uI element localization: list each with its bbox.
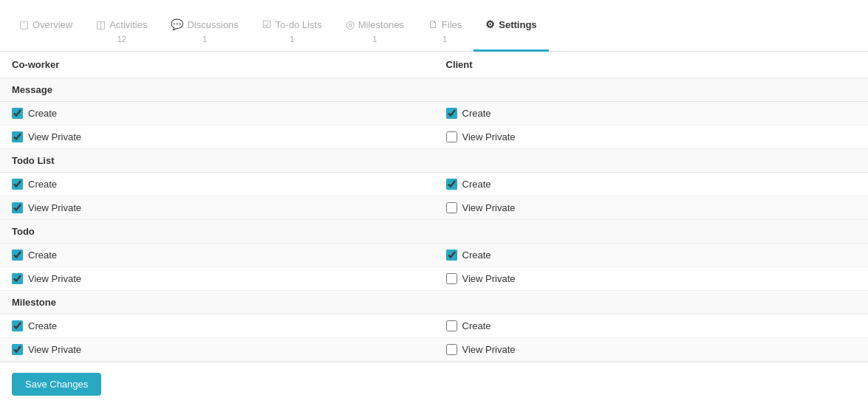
section-label-milestone: Milestone bbox=[0, 291, 868, 314]
client-checkbox-wrapper-message-create: Create bbox=[446, 108, 857, 119]
tab-badge-todo-lists: 1 bbox=[290, 35, 294, 44]
client-cell-todolist-view-private: View Private bbox=[434, 196, 869, 220]
permission-row-todo-create: Create Create bbox=[0, 244, 868, 267]
client-cell-message-create: Create bbox=[434, 102, 869, 125]
coworker-cell-todolist-view-private: View Private bbox=[0, 196, 434, 220]
tab-label-milestones: ◎ Milestones bbox=[346, 18, 404, 30]
coworker-checkbox-wrapper-todo-view-private: View Private bbox=[12, 273, 423, 284]
coworker-checkbox-wrapper-todo-create: Create bbox=[12, 250, 423, 261]
coworker-checkbox-todolist-create[interactable] bbox=[12, 179, 23, 190]
permission-row-todolist-view-private: View Private View Private bbox=[0, 196, 868, 220]
client-header: Client bbox=[434, 52, 869, 78]
client-label-milestone-create: Create bbox=[462, 320, 491, 331]
section-header-todo-list: Todo List bbox=[0, 149, 868, 173]
coworker-checkbox-message-view-private[interactable] bbox=[12, 131, 23, 142]
section-label-message: Message bbox=[0, 78, 868, 102]
save-row: Save Changes bbox=[0, 362, 868, 406]
tab-badge-activities: 12 bbox=[117, 35, 126, 44]
coworker-label-milestone-create: Create bbox=[28, 320, 57, 331]
client-label-todo-create: Create bbox=[462, 250, 491, 261]
permission-row-message-view-private: View Private View Private bbox=[0, 125, 868, 149]
coworker-checkbox-wrapper-message-create: Create bbox=[12, 108, 423, 119]
tab-activities[interactable]: ◫ Activities 12 bbox=[84, 1, 159, 52]
client-cell-todo-view-private: View Private bbox=[434, 267, 869, 291]
client-checkbox-todo-create[interactable] bbox=[446, 250, 457, 261]
tab-files[interactable]: 🗋 Files 1 bbox=[416, 1, 474, 52]
tab-icon-activities: ◫ bbox=[96, 18, 106, 30]
coworker-checkbox-todo-create[interactable] bbox=[12, 250, 23, 261]
coworker-label-message-create: Create bbox=[28, 108, 57, 119]
coworker-checkbox-todolist-view-private[interactable] bbox=[12, 202, 23, 213]
coworker-header: Co-worker bbox=[0, 52, 434, 78]
client-cell-todolist-create: Create bbox=[434, 173, 869, 196]
column-headers: Co-worker Client bbox=[0, 52, 868, 78]
client-cell-milestone-view-private: View Private bbox=[434, 338, 869, 362]
coworker-cell-milestone-create: Create bbox=[0, 314, 434, 338]
client-checkbox-wrapper-milestone-view-private: View Private bbox=[446, 344, 857, 355]
tab-badge-files: 1 bbox=[442, 35, 447, 44]
client-label-message-create: Create bbox=[462, 108, 491, 119]
coworker-checkbox-message-create[interactable] bbox=[12, 108, 23, 119]
tab-label-todo-lists: ☑ To-do Lists bbox=[262, 18, 322, 30]
coworker-label-message-view-private: View Private bbox=[28, 131, 81, 142]
permissions-table: Co-worker Client Message Create Create V… bbox=[0, 52, 868, 362]
tab-icon-overview: ▢ bbox=[19, 18, 29, 30]
client-checkbox-milestone-view-private[interactable] bbox=[446, 344, 457, 355]
tab-label-files: 🗋 Files bbox=[428, 18, 462, 30]
client-checkbox-wrapper-todo-view-private: View Private bbox=[446, 273, 857, 284]
coworker-cell-todo-create: Create bbox=[0, 244, 434, 267]
client-checkbox-message-view-private[interactable] bbox=[446, 131, 457, 142]
client-checkbox-message-create[interactable] bbox=[446, 108, 457, 119]
client-checkbox-milestone-create[interactable] bbox=[446, 320, 457, 331]
coworker-label-milestone-view-private: View Private bbox=[28, 344, 81, 355]
coworker-cell-message-view-private: View Private bbox=[0, 125, 434, 149]
section-header-message: Message bbox=[0, 78, 868, 102]
tab-label-settings: ⚙ Settings bbox=[485, 18, 536, 30]
permission-row-todolist-create: Create Create bbox=[0, 173, 868, 196]
coworker-cell-todolist-create: Create bbox=[0, 173, 434, 196]
client-cell-todo-create: Create bbox=[434, 244, 869, 267]
coworker-checkbox-milestone-create[interactable] bbox=[12, 320, 23, 331]
main-content: Co-worker Client Message Create Create V… bbox=[0, 52, 868, 406]
tab-label-overview: ▢ Overview bbox=[19, 18, 72, 30]
tab-settings[interactable]: ⚙ Settings 0 bbox=[474, 1, 548, 52]
coworker-label-todolist-view-private: View Private bbox=[28, 202, 81, 213]
tab-icon-todo-lists: ☑ bbox=[262, 18, 272, 30]
coworker-checkbox-wrapper-todolist-view-private: View Private bbox=[12, 202, 423, 213]
tab-todo-lists[interactable]: ☑ To-do Lists 1 bbox=[250, 1, 334, 52]
coworker-cell-todo-view-private: View Private bbox=[0, 267, 434, 291]
permission-row-message-create: Create Create bbox=[0, 102, 868, 125]
client-label-todolist-view-private: View Private bbox=[462, 202, 516, 213]
tab-badge-discussions: 1 bbox=[202, 35, 207, 44]
tab-bar: ▢ Overview 0 ◫ Activities 12 💬 Discussio… bbox=[0, 0, 868, 52]
coworker-checkbox-wrapper-todolist-create: Create bbox=[12, 179, 423, 190]
save-changes-button[interactable]: Save Changes bbox=[12, 373, 101, 396]
tab-milestones[interactable]: ◎ Milestones 1 bbox=[334, 1, 416, 52]
tab-icon-discussions: 💬 bbox=[171, 18, 183, 30]
client-checkbox-todolist-create[interactable] bbox=[446, 179, 457, 190]
client-checkbox-todo-view-private[interactable] bbox=[446, 273, 457, 284]
section-header-milestone: Milestone bbox=[0, 291, 868, 314]
coworker-label-todolist-create: Create bbox=[28, 179, 57, 190]
client-label-message-view-private: View Private bbox=[462, 131, 516, 142]
client-cell-message-view-private: View Private bbox=[434, 125, 869, 149]
tab-icon-files: 🗋 bbox=[428, 18, 438, 30]
client-checkbox-wrapper-message-view-private: View Private bbox=[446, 131, 857, 142]
section-label-todo-list: Todo List bbox=[0, 149, 868, 173]
tab-label-activities: ◫ Activities bbox=[96, 18, 147, 30]
coworker-checkbox-wrapper-message-view-private: View Private bbox=[12, 131, 423, 142]
coworker-checkbox-milestone-view-private[interactable] bbox=[12, 344, 23, 355]
coworker-label-todo-view-private: View Private bbox=[28, 273, 81, 284]
coworker-checkbox-todo-view-private[interactable] bbox=[12, 273, 23, 284]
tab-label-discussions: 💬 Discussions bbox=[171, 18, 238, 30]
client-cell-milestone-create: Create bbox=[434, 314, 869, 338]
client-checkbox-todolist-view-private[interactable] bbox=[446, 202, 457, 213]
client-checkbox-wrapper-milestone-create: Create bbox=[446, 320, 857, 331]
tab-badge-milestones: 1 bbox=[372, 35, 377, 44]
permission-row-todo-view-private: View Private View Private bbox=[0, 267, 868, 291]
tab-discussions[interactable]: 💬 Discussions 1 bbox=[159, 1, 250, 52]
section-label-todo: Todo bbox=[0, 220, 868, 244]
client-label-todo-view-private: View Private bbox=[462, 273, 516, 284]
client-label-todolist-create: Create bbox=[462, 179, 491, 190]
tab-overview[interactable]: ▢ Overview 0 bbox=[7, 1, 84, 52]
